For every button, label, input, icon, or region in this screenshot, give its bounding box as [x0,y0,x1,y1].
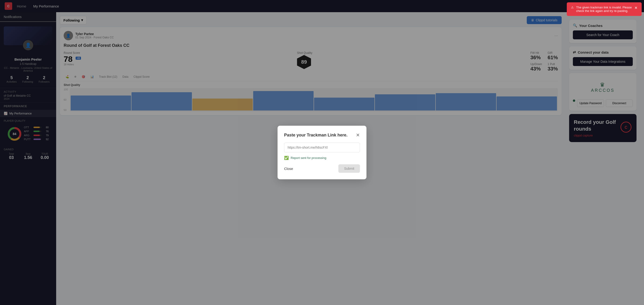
modal-footer: Close Submit [284,164,360,173]
trackman-modal: Paste your Trackman Link here. ✕ ✅ Repor… [278,126,366,179]
error-banner: ⚠ The given trackman link is invalid. Pl… [567,2,642,16]
success-text: Report sent for processing [291,156,326,160]
modal-overlay[interactable]: Paste your Trackman Link here. ✕ ✅ Repor… [0,0,644,305]
error-message: The given trackman link is invalid. Plea… [576,6,632,13]
error-close-button[interactable]: ✕ [634,6,638,10]
warning-icon: ⚠ [571,6,574,9]
trackman-link-input[interactable] [284,142,360,152]
modal-header: Paste your Trackman Link here. ✕ [284,132,360,138]
modal-title: Paste your Trackman Link here. [284,133,348,138]
success-message: ✅ Report sent for processing [284,156,360,160]
modal-submit-button[interactable]: Submit [338,164,360,173]
modal-close-icon[interactable]: ✕ [356,132,360,138]
modal-close-button[interactable]: Close [284,167,293,171]
success-icon: ✅ [284,156,289,160]
